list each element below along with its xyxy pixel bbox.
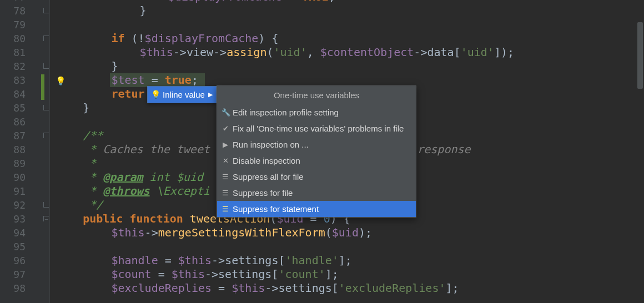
line-number: 86: [0, 115, 26, 129]
line-number: 93: [0, 212, 26, 226]
submenu-item-label: Fix all 'One-time use variables' problem…: [233, 122, 404, 135]
fold-marker[interactable]: [43, 36, 49, 41]
line-number: 95: [0, 240, 26, 254]
submenu-item-label: Edit inspection profile setting: [233, 105, 339, 119]
code-line[interactable]: }: [83, 101, 89, 115]
submenu-arrow-icon: ▶: [208, 88, 213, 102]
run-icon: ▶: [222, 138, 229, 152]
code-line[interactable]: *: [83, 156, 96, 170]
line-number: 94: [0, 226, 26, 240]
submenu-item-label: Suppress for file: [233, 186, 293, 200]
line-number: 82: [0, 59, 26, 73]
line-number: 91: [0, 184, 26, 198]
submenu-item-label: Disable inspection: [233, 154, 300, 168]
code-line[interactable]: $handle = $this->settings['handle'];: [111, 254, 352, 267]
submenu-title: One-time use variables: [217, 86, 416, 104]
line-number: 90: [0, 170, 26, 184]
line-number: 97: [0, 267, 26, 281]
vcs-change-stripe: [41, 74, 44, 100]
code-line[interactable]: */: [83, 198, 103, 212]
intention-label: Inline value: [163, 88, 205, 102]
line-number: 79: [0, 18, 26, 32]
fold-marker[interactable]: [43, 63, 49, 69]
intention-submenu[interactable]: One-time use variables 🔧Edit inspection …: [217, 85, 416, 218]
code-line[interactable]: $test = true;: [111, 73, 198, 87]
submenu-item[interactable]: 🔧Edit inspection profile setting: [217, 104, 416, 120]
line-number: 80: [0, 32, 26, 46]
submenu-item[interactable]: ▶Run inspection on ...: [217, 137, 416, 153]
wrench-icon: 🔧: [222, 105, 229, 119]
fold-marker[interactable]: [43, 105, 49, 110]
code-line[interactable]: if (!$displayFromCache) {: [111, 32, 278, 46]
submenu-item[interactable]: ✕Disable inspection: [217, 153, 416, 169]
lightbulb-icon: 💡: [151, 88, 160, 102]
line-number: 92: [0, 198, 26, 212]
submenu-item[interactable]: ✔Fix all 'One-time use variables' proble…: [217, 120, 416, 137]
line-number: 87: [0, 129, 26, 143]
code-editor[interactable]: 7778798081828384858687888990919293949596…: [0, 0, 644, 303]
scrollbar-thumb[interactable]: [637, 22, 643, 89]
code-line[interactable]: $this->view->assign('uid', $contentObjec…: [140, 46, 514, 59]
submenu-item-label: Suppress all for file: [233, 170, 304, 184]
fixall-icon: ✔: [222, 122, 229, 135]
line-number: 85: [0, 101, 26, 115]
line-number: 81: [0, 46, 26, 59]
fold-marker[interactable]: [43, 216, 49, 221]
code-line[interactable]: }: [140, 4, 147, 18]
suppress-icon: ☰: [222, 202, 229, 216]
line-number: 77: [0, 0, 26, 4]
code-line[interactable]: $this->mergeSettingsWithFlexForm($uid);: [111, 226, 372, 240]
suppress-icon: ☰: [222, 186, 229, 200]
line-number: 98: [0, 281, 26, 295]
code-line[interactable]: * @throws \Excepti: [83, 184, 210, 198]
submenu-item-label: Run inspection on ...: [233, 138, 309, 152]
code-line[interactable]: $count = $this->settings['count'];: [111, 267, 338, 281]
line-number: 88: [0, 143, 26, 156]
code-line[interactable]: $excludeReplies = $this->settings['exclu…: [111, 281, 459, 295]
code-line[interactable]: }: [111, 59, 118, 73]
fold-marker[interactable]: [43, 8, 49, 13]
code-line[interactable]: $displayFromCache = TRUE;: [168, 0, 335, 4]
submenu-item[interactable]: ☰Suppress for file: [217, 185, 416, 201]
line-number: 89: [0, 156, 26, 170]
submenu-item[interactable]: ☰Suppress for statement: [217, 201, 416, 217]
intention-popup[interactable]: 💡 Inline value ▶: [147, 86, 217, 103]
code-line[interactable]: retur: [111, 87, 144, 101]
fold-marker[interactable]: [43, 202, 49, 208]
submenu-item[interactable]: ☰Suppress all for file: [217, 169, 416, 185]
line-number: 84: [0, 87, 26, 101]
disable-icon: ✕: [222, 154, 229, 168]
code-line[interactable]: * @param int $uid: [83, 170, 203, 184]
gutter: 7778798081828384858687888990919293949596…: [0, 0, 50, 303]
line-number: 78: [0, 4, 26, 18]
line-number: 83: [0, 73, 26, 87]
suppress-icon: ☰: [222, 170, 229, 184]
submenu-item-label: Suppress for statement: [233, 202, 319, 216]
fold-marker[interactable]: [43, 133, 49, 138]
line-number: 96: [0, 254, 26, 267]
code-line[interactable]: /**: [83, 129, 103, 143]
